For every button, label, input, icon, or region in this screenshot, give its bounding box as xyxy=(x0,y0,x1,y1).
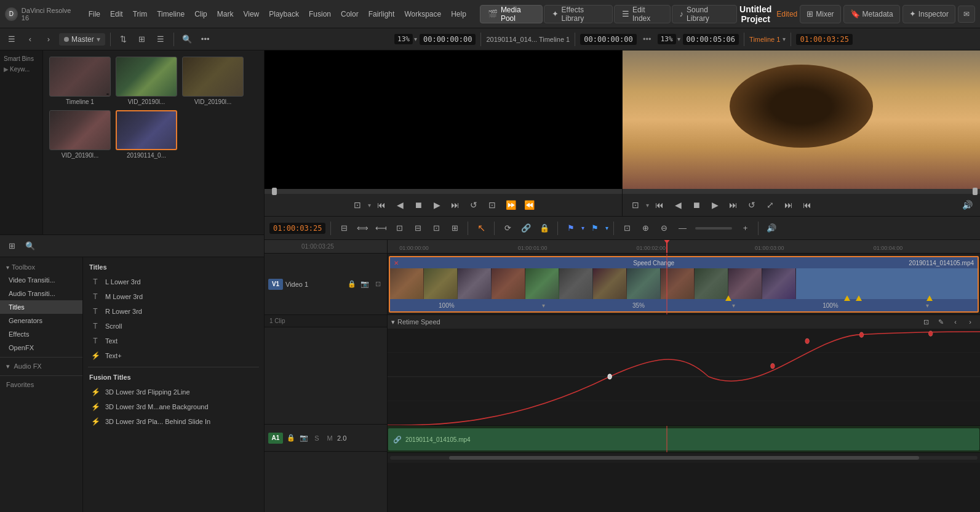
preview-center-timecode[interactable]: 00:00:00:00 xyxy=(580,34,636,45)
effect-item-text[interactable]: T Text xyxy=(88,334,259,348)
media-thumbnail[interactable]: VID_20190l... xyxy=(116,57,177,105)
menu-fusion[interactable]: Fusion xyxy=(305,9,335,20)
media-thumbnail[interactable]: VID_20190l... xyxy=(182,57,244,105)
tl-skip-end-btn[interactable]: ⏭ xyxy=(725,197,741,213)
source-skip-start-btn[interactable]: ⏮ xyxy=(373,197,389,213)
toolbox-openfx[interactable]: OpenFX xyxy=(0,341,82,354)
audio-clip-bar[interactable]: 🔗 20190114_014105.mp4 xyxy=(388,428,979,450)
left-timecode[interactable]: 00:00:00:00 xyxy=(420,34,476,45)
swap-btn[interactable]: ⊞ xyxy=(447,220,463,236)
menu-playback[interactable]: Playback xyxy=(265,9,303,20)
tl-volume-btn[interactable]: 🔊 xyxy=(959,197,975,213)
zoom-in-btn[interactable]: ⊕ xyxy=(637,220,653,236)
tl-skip-start-btn[interactable]: ⏮ xyxy=(651,197,667,213)
tab-media-pool[interactable]: 🎬 Media Pool xyxy=(480,5,543,23)
v1-settings-btn[interactable]: ⊡ xyxy=(372,279,383,290)
source-frame-size-dropdown[interactable]: ▾ xyxy=(368,202,371,209)
more-options-btn[interactable]: ••• xyxy=(197,31,213,47)
color-dropdown[interactable]: ▾ xyxy=(605,225,608,231)
source-mark-in-btn[interactable]: ⏩ xyxy=(503,197,519,213)
clip-bar[interactable]: ✕ Speed Change 20190114_014105.mp4 xyxy=(389,256,979,313)
menu-mark[interactable]: Mark xyxy=(213,9,237,20)
media-thumbnail[interactable]: VID_20190l... xyxy=(49,110,111,159)
master-bin-selector[interactable]: Master ▾ xyxy=(59,33,105,46)
tab-metadata[interactable]: 🔖 Metadata xyxy=(843,5,900,23)
toolbox-generators[interactable]: Generators xyxy=(0,314,82,327)
tab-mixer[interactable]: ⊞ Mixer xyxy=(800,5,840,23)
retime-edit-btn[interactable]: ✎ xyxy=(934,316,947,328)
menu-edit[interactable]: Edit xyxy=(106,9,127,20)
tl-mark-btn[interactable]: ⏮ xyxy=(799,197,815,213)
zoom-reset-btn[interactable]: — xyxy=(674,220,690,236)
media-thumbnail-selected[interactable]: 20190114_0... xyxy=(116,110,177,159)
audio-meter-btn[interactable]: 🔊 xyxy=(763,220,779,236)
v1-cam-btn[interactable]: 📷 xyxy=(359,279,370,290)
a1-cam-btn[interactable]: 📷 xyxy=(298,433,309,444)
timeline-current-time[interactable]: 01:00:03:25 xyxy=(269,223,325,234)
zoom-dropdown-icon[interactable]: ▾ xyxy=(414,36,417,42)
effect-item-fusion1[interactable]: ⚡ 3D Lower 3rd Flipping 2Line xyxy=(88,385,259,399)
menu-timeline[interactable]: Timeline xyxy=(153,9,188,20)
source-step-back-btn[interactable]: ◀ xyxy=(392,197,408,213)
overwrite-btn[interactable]: ⊟ xyxy=(410,220,426,236)
scroll-track[interactable] xyxy=(390,456,978,460)
tl-play-btn[interactable]: ▶ xyxy=(707,197,723,213)
menu-workspace[interactable]: Workspace xyxy=(400,9,445,20)
source-scrubber[interactable] xyxy=(265,189,622,194)
playhead-timecode[interactable]: 01:00:03:25 xyxy=(796,34,852,45)
source-skip-end-btn[interactable]: ⏭ xyxy=(447,197,463,213)
effect-item-fusion2[interactable]: ⚡ 3D Lower 3rd M...ane Background xyxy=(88,399,259,414)
zoom-plus-btn[interactable]: + xyxy=(737,220,753,236)
source-loop-btn[interactable]: ↺ xyxy=(466,197,482,213)
tl-stop-btn[interactable]: ⏹ xyxy=(688,197,704,213)
effect-item-fusion3[interactable]: ⚡ 3D Lower 3rd Pla... Behind Slide In xyxy=(88,414,259,429)
keyword-item[interactable]: ▶ Keyw... xyxy=(1,65,41,74)
effect-item-m-lower3rd[interactable]: T M Lower 3rd xyxy=(88,289,259,304)
retime-nav-right[interactable]: › xyxy=(964,316,976,328)
sort-btn[interactable]: ⇅ xyxy=(116,31,132,47)
replace-btn[interactable]: ⊡ xyxy=(428,220,444,236)
toolbox-titles[interactable]: Titles xyxy=(0,300,82,314)
menu-view[interactable]: View xyxy=(239,9,263,20)
link-btn[interactable]: 🔗 xyxy=(518,220,534,236)
menu-file[interactable]: File xyxy=(85,9,104,20)
tl-loop-btn[interactable]: ↺ xyxy=(744,197,760,213)
source-mark-out-btn[interactable]: ⏪ xyxy=(521,197,537,213)
menu-trim[interactable]: Trim xyxy=(129,9,151,20)
tab-effects-library[interactable]: ✦ Effects Library xyxy=(544,5,613,23)
v1-lock-btn[interactable]: 🔒 xyxy=(346,279,357,290)
effect-item-r-lower3rd[interactable]: T R Lower 3rd xyxy=(88,304,259,319)
retime-expand-icon[interactable]: ▾ xyxy=(391,318,395,326)
nav-forward-btn[interactable]: › xyxy=(41,31,57,47)
tab-inspector[interactable]: ✦ Inspector xyxy=(902,5,955,23)
snap-btn[interactable]: ⊟ xyxy=(336,220,352,236)
toolbox-audio-transitions[interactable]: Audio Transiti... xyxy=(0,287,82,300)
flag-btn[interactable]: ⚑ xyxy=(563,220,579,236)
right-zoom-level[interactable]: 13% xyxy=(658,34,676,44)
scroll-thumb[interactable] xyxy=(449,456,919,460)
nav-back-btn[interactable]: ‹ xyxy=(22,31,38,47)
tl-fullscreen-btn[interactable]: ⤢ xyxy=(762,197,778,213)
media-thumbnail[interactable]: Timeline 1 xyxy=(49,57,111,105)
source-stop-btn[interactable]: ⏹ xyxy=(410,197,426,213)
search-btn[interactable]: 🔍 xyxy=(179,31,195,47)
effects-layout-btn[interactable]: ⊞ xyxy=(4,238,20,254)
right-zoom-dropdown[interactable]: ▾ xyxy=(677,36,680,42)
effect-item-textplus[interactable]: ⚡ Text+ xyxy=(88,348,259,363)
pointer-tool[interactable]: ↖ xyxy=(473,220,489,236)
timeline-scrubber[interactable] xyxy=(623,189,980,194)
timeline-dropdown-icon[interactable]: ▾ xyxy=(783,36,786,42)
effects-search-btn[interactable]: 🔍 xyxy=(22,238,38,254)
retime-nav-left[interactable]: ‹ xyxy=(949,316,962,328)
effect-item-l-lower3rd[interactable]: T L Lower 3rd xyxy=(88,274,259,289)
notification-button[interactable]: ✉ xyxy=(958,6,975,23)
panel-toggle-btn[interactable]: ☰ xyxy=(4,31,20,47)
list-view-btn[interactable]: ☰ xyxy=(153,31,169,47)
menu-fairlight[interactable]: Fairlight xyxy=(365,9,399,20)
tl-step-back-btn[interactable]: ◀ xyxy=(670,197,686,213)
ripple-btn[interactable]: ⟺ xyxy=(354,220,370,236)
toolbox-video-transitions[interactable]: Video Transiti... xyxy=(0,273,82,287)
insert-btn[interactable]: ⊡ xyxy=(391,220,407,236)
tl-frame-size-dropdown[interactable]: ▾ xyxy=(646,202,649,209)
zoom-out-btn[interactable]: ⊖ xyxy=(656,220,672,236)
